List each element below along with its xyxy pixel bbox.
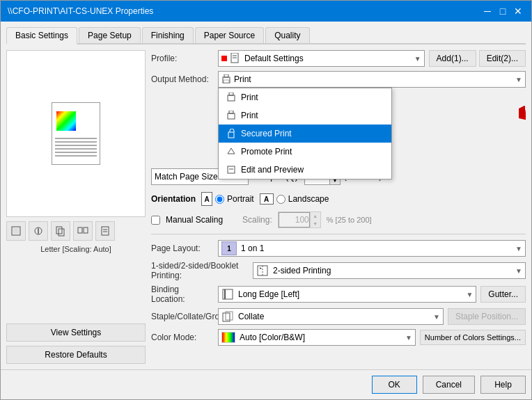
color-mode-icon [221,332,235,343]
duplex-dropdown[interactable]: 2-sided Printing ▼ [253,262,526,279]
svg-rect-17 [228,95,235,101]
profile-label: Profile: [151,54,214,63]
profile-value: Default Settings [244,54,304,63]
bottom-buttons: OK Cancel Help [1,369,531,399]
ok-button[interactable]: OK [372,376,417,394]
profile-icon [230,53,240,64]
binding-dropdown[interactable]: Long Edge [Left] ▼ [218,286,476,303]
scaling-input [279,212,310,227]
dropdown-item-print1[interactable]: Print [219,88,391,106]
tab-paper-source[interactable]: Paper Source [195,27,264,43]
scaling-label: Scaling: [242,215,272,225]
staple-value: Collate [238,312,264,321]
tab-quality[interactable]: Quality [265,27,309,43]
print2-icon [226,110,237,121]
add-button[interactable]: Add(1)... [429,50,476,67]
manual-scaling-label: Manual Scaling [166,215,223,225]
output-method-dropdown[interactable]: Print ▼ [218,71,526,88]
maximize-button[interactable]: □ [496,5,509,17]
window-title: \\CFO-PRINT\AIT-CS-UNEX Properties [8,6,153,16]
binding-label: Binding Location: [151,285,214,304]
svg-rect-16 [224,80,229,83]
icon-btn-3[interactable] [51,221,70,241]
toolbar-icons [6,221,146,241]
icon-btn-1[interactable] [6,221,26,241]
dropdown-item-print2[interactable]: Print [219,106,391,125]
binding-arrow: ▼ [466,291,473,298]
output-method-row: Output Method: Print ▼ [151,71,526,88]
scaling-down-btn: ▼ [311,220,320,227]
print1-icon [226,92,237,103]
svg-rect-1 [13,228,19,234]
dropdown-item-edit-preview-label: Edit and Preview [241,165,304,175]
page-layout-icon: 1 [221,241,237,255]
restore-defaults-button[interactable]: Restore Defaults [6,346,146,364]
svg-rect-7 [84,227,88,233]
separator-1 [151,234,526,234]
preview-box [6,50,146,217]
svg-rect-8 [102,227,109,235]
color-mode-label: Color Mode: [151,333,214,342]
tab-finishing[interactable]: Finishing [142,27,194,43]
profile-red-indicator [221,56,227,61]
icon-btn-4[interactable] [73,221,93,241]
cancel-button[interactable]: Cancel [423,376,475,394]
portrait-radio[interactable] [215,195,224,204]
landscape-icon: A [260,193,274,205]
manual-scaling-checkbox[interactable] [151,216,160,225]
color-mode-dropdown[interactable]: Auto [Color/B&W] ▼ [218,329,416,346]
red-arrow-annotation [519,92,526,134]
icon-btn-5[interactable] [95,221,115,241]
portrait-option: A Portrait [201,192,254,206]
minimize-button[interactable]: ─ [481,5,494,17]
page-size-value: Match Page Size [155,172,218,182]
dropdown-item-print1-label: Print [241,93,258,102]
output-method-wrapper-inner: Print ▼ Print [218,71,526,88]
edit-button[interactable]: Edit(2)... [479,50,526,67]
svg-rect-20 [229,111,233,113]
tab-basic-settings[interactable]: Basic Settings [6,27,77,45]
orientation-label: Orientation [151,194,196,204]
svg-rect-21 [228,132,234,138]
binding-icon [221,288,234,301]
number-of-colors-button[interactable]: Number of Colors Settings... [420,330,526,345]
dropdown-item-edit-preview[interactable]: Edit and Preview [219,161,391,179]
manual-scaling-row: Manual Scaling Scaling: ▲ ▼ % [25 to 200… [151,211,526,228]
dropdown-item-secured-label: Secured Print [241,129,292,138]
duplex-arrow: ▼ [515,267,522,275]
duplex-label: 1-sided/2-sided/Booklet Printing: [151,261,249,280]
preview-line [55,141,97,143]
page-layout-label: Page Layout: [151,243,214,253]
dropdown-item-print2-label: Print [241,111,258,120]
svg-rect-27 [258,266,267,275]
page-layout-dropdown[interactable]: 1 1 on 1 ▼ [218,240,526,257]
orientation-row: Orientation A Portrait A Landscape [151,192,526,206]
landscape-radio[interactable] [276,195,285,204]
dropdown-item-promote[interactable]: Promote Print [219,143,391,161]
binding-row: Binding Location: Long Edge [Left] ▼ Gut… [151,285,526,304]
svg-rect-5 [58,229,64,236]
page-layout-value: 1 on 1 [241,243,264,253]
output-method-label: Output Method: [151,74,214,84]
color-mode-value: Auto [Color/B&W] [240,333,305,342]
profile-dropdown[interactable]: Default Settings ▼ [218,50,425,67]
profile-row: Profile: Default Settings ▼ Add(1)... Ed… [151,50,526,67]
svg-rect-23 [228,166,235,173]
duplex-icon [256,264,269,277]
add-edit-btns: Add(1)... Edit(2)... [429,50,526,67]
staple-dropdown[interactable]: Collate ▼ [218,308,444,325]
view-settings-button[interactable]: View Settings [6,323,146,342]
scaling-spinner: ▲ ▼ [278,211,321,228]
tab-page-setup[interactable]: Page Setup [79,27,141,43]
icon-btn-2[interactable] [29,221,48,241]
help-button[interactable]: Help [480,376,526,394]
duplex-row: 1-sided/2-sided/Booklet Printing: 2-side… [151,261,526,280]
output-method-menu: Print Print [218,88,392,179]
dropdown-item-secured[interactable]: Secured Print [219,125,391,143]
output-method-arrow: ▼ [515,76,522,83]
staple-position-button: Staple Position... [448,308,526,325]
close-button[interactable]: ✕ [512,5,524,17]
gutter-button[interactable]: Gutter... [480,286,526,303]
dropdown-item-promote-label: Promote Print [241,147,292,157]
svg-rect-6 [78,227,82,233]
